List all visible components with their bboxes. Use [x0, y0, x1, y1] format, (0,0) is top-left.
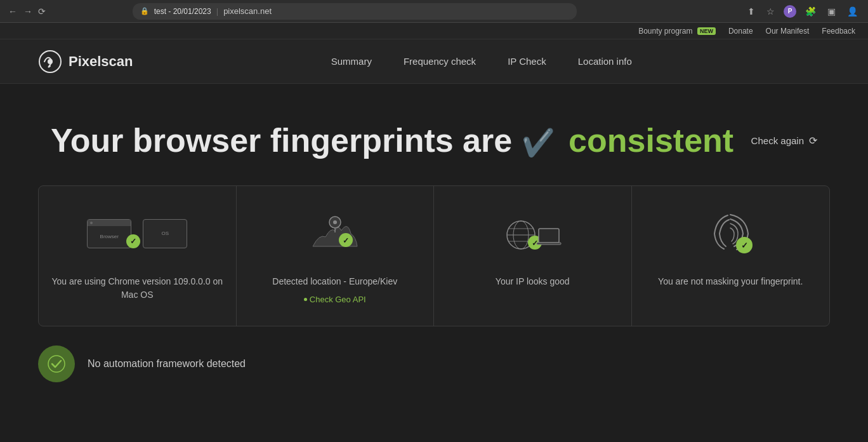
fingerprint-svg: ✓ [705, 208, 756, 259]
svg-point-1 [48, 59, 53, 64]
nav-summary[interactable]: Summary [331, 56, 372, 67]
refresh-icon: ⟳ [809, 135, 817, 147]
ip-svg: ✓ [501, 208, 564, 259]
browser-os-card: Browser ✓ OS You are using Chrome versio… [39, 186, 237, 326]
ip-desc: Your IP looks good [496, 275, 570, 288]
browser-os-desc: You are using Chrome version 109.0.0.0 o… [51, 275, 223, 302]
automation-section: No automation framework detected [38, 345, 830, 382]
forward-button[interactable]: → [23, 6, 33, 17]
automation-check-svg [47, 354, 66, 373]
address-bar[interactable]: 🔒 test - 20/01/2023 | pixelscan.net [133, 3, 577, 20]
svg-point-18 [48, 356, 65, 372]
address-divider: | [216, 6, 218, 16]
fingerprint-card: ✓ You are not masking your fingerprint. [632, 186, 830, 326]
nav-ip-check[interactable]: IP Check [508, 56, 546, 67]
address-domain: pixelscan.net [223, 6, 272, 16]
ip-icon: ✓ [501, 205, 564, 262]
feedback-link[interactable]: Feedback [822, 27, 855, 36]
nav-location[interactable]: Location info [578, 56, 632, 67]
reload-button[interactable]: ⟳ [38, 6, 46, 17]
new-badge: NEW [697, 27, 716, 35]
browser-box: Browser [87, 219, 131, 248]
main-nav: Summary Frequency check IP Check Locatio… [331, 56, 632, 67]
location-icon: ✓ [306, 205, 364, 262]
ip-card: ✓ Your IP looks good [434, 186, 632, 326]
fingerprint-icon: ✓ [705, 205, 756, 262]
bounty-link[interactable]: Bounty program NEW [638, 27, 716, 36]
hero-section: Your browser fingerprints are ✔️ consist… [0, 84, 868, 185]
lock-icon: 🔒 [140, 7, 149, 15]
fingerprint-desc: You are not masking your fingerprint. [658, 275, 803, 288]
top-nav: Bounty program NEW Donate Our Manifest F… [0, 23, 868, 39]
donate-link[interactable]: Donate [728, 27, 753, 36]
browser-os-icon: Browser ✓ OS [87, 205, 187, 262]
svg-rect-14 [539, 229, 559, 243]
logo-text: Pixelscan [69, 53, 133, 70]
location-card: ✓ Detected location - Europe/Kiev Check … [237, 186, 435, 326]
manifest-link[interactable]: Our Manifest [766, 27, 810, 36]
browser-chrome: ← → ⟳ 🔒 test - 20/01/2023 | pixelscan.ne… [0, 0, 868, 23]
svg-text:✓: ✓ [343, 236, 349, 245]
logo-icon [38, 50, 62, 74]
puzzle-button[interactable]: 🧩 [803, 5, 819, 18]
consistent-check-icon: ✔️ [522, 128, 555, 158]
geo-api-link[interactable]: Check Geo API [304, 295, 366, 304]
nav-frequency[interactable]: Frequency check [404, 56, 476, 67]
check-again-button[interactable]: Check again ⟳ [751, 135, 817, 147]
hero-title: Your browser fingerprints are ✔️ consist… [51, 122, 733, 160]
svg-rect-15 [537, 243, 561, 244]
sidebar-button[interactable]: ▣ [825, 5, 838, 18]
os-box: OS [143, 219, 187, 248]
automation-text: No automation framework detected [88, 358, 246, 370]
profile-button[interactable]: 👤 [845, 5, 860, 18]
svg-text:✓: ✓ [741, 241, 748, 250]
consistent-label: consistent [569, 122, 733, 159]
svg-point-3 [333, 220, 337, 224]
share-button[interactable]: ⬆ [745, 5, 758, 18]
extension-icon[interactable]: P [784, 5, 796, 18]
geo-dot [304, 298, 307, 301]
browser-actions: ⬆ ☆ P 🧩 ▣ 👤 [745, 5, 860, 18]
site-header: Pixelscan Summary Frequency check IP Che… [0, 39, 868, 84]
back-button[interactable]: ← [8, 6, 18, 17]
browser-check-badge: ✓ [126, 234, 140, 248]
address-text: test - 20/01/2023 [154, 7, 211, 16]
automation-check-icon [38, 345, 75, 382]
logo-link[interactable]: Pixelscan [38, 50, 133, 74]
star-button[interactable]: ☆ [764, 5, 777, 18]
location-svg: ✓ [306, 208, 364, 259]
location-desc: Detected location - Europe/Kiev [272, 275, 397, 288]
cards-section: Browser ✓ OS You are using Chrome versio… [38, 185, 830, 326]
